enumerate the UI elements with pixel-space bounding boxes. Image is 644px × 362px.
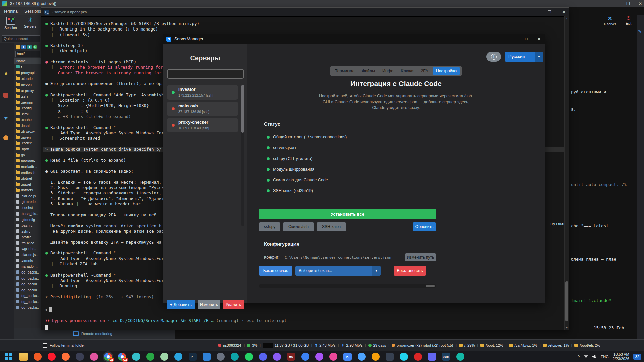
taskbar-windows-terminal[interactable]: >_ [189,353,197,361]
taskbar-vscode-app[interactable] [203,353,211,361]
taskbar-opera-browser[interactable] [48,353,56,361]
taskbar-red-app[interactable] [414,353,422,361]
servermanager-window: ServerManager — □ ✕ Серверы investor173.… [163,34,545,303]
notification-count-badge[interactable]: 32 [633,354,641,360]
terminal-scrollbar[interactable]: ▲ ▼ [564,16,569,330]
tab-файлы[interactable]: Файлы [359,68,378,74]
scroll-down-icon[interactable]: ▼ [565,327,569,329]
minimize-button[interactable]: — [508,34,519,44]
taskbar-paint-app[interactable] [456,353,464,361]
close-button[interactable]: ✕ [533,34,545,44]
exit-button[interactable]: ⏻ Exit [626,15,631,26]
change-path-button[interactable]: Изменить путь [405,253,436,261]
maximize-button[interactable]: □ [521,34,532,44]
volume-icon[interactable] [592,355,597,359]
terminal-prompt-input[interactable]: > [41,305,565,315]
x-server-icon: ✕ [608,15,612,22]
install-all-button[interactable]: Установить всё [259,209,436,219]
arrow-icon: ⬆ [314,343,318,348]
tab-ключи[interactable]: Ключи [398,68,416,74]
server-name: main-ovh [178,103,198,108]
component-button-ssh-py[interactable]: ssh.py [259,222,280,231]
component-button-ssh-[interactable]: SSH-ключ [317,222,346,231]
disk-icon [480,344,484,347]
minimize-button[interactable]: — [533,10,537,14]
add-server-button[interactable]: + Добавить [167,300,195,309]
taskbar-blue-app[interactable] [301,353,309,361]
taskbar-hs-app[interactable]: HS [287,353,295,361]
refresh-button[interactable]: Обновить [413,222,436,231]
server-card-main-ovh[interactable]: main-ovh37.187.136.86 [ssh] [167,102,238,116]
tray-chevron-icon[interactable]: ^ [578,354,580,359]
taskbar-pink-app[interactable] [329,353,337,361]
horizontal-scrollbar[interactable] [259,284,436,288]
server-card-proxy-checker[interactable]: proxy-checker161.97.118.40 [ssh] [167,118,238,132]
taskbar-flask-app[interactable] [315,353,323,361]
pencil-icon[interactable]: ✎ [638,29,642,34]
scrollbar-thumb[interactable] [565,281,568,321]
taskbar-mail-app[interactable] [358,353,366,361]
status-item: SSH-ключ (ed25519) [267,188,313,193]
backup-select-dropdown[interactable]: Выберите бэкап... ▼ [295,266,381,276]
edit-server-button[interactable]: Изменить [198,300,220,309]
taskbar-notepad-app[interactable] [160,353,168,361]
taskbar-tor-browser[interactable] [76,353,84,361]
windows-taskbar: 26715>_HSRQuick ^ ENG 10:53 AM 2/23/2026… [0,351,644,362]
taskbar-telegram-app[interactable] [174,353,182,361]
close-button[interactable]: ✕ [562,10,566,14]
taskbar-dark-app[interactable] [386,353,394,361]
taskbar-quick-share[interactable]: Quick [442,353,450,361]
taskbar-orange-app[interactable] [372,353,380,361]
server-card-investor[interactable]: investor173.212.212.157 [ssh] [167,85,238,100]
taskbar-file-explorer[interactable] [19,353,28,361]
taskbar-purple-app[interactable] [273,353,281,361]
monitor-disk: /boot/efi: 2% [574,343,600,347]
monitor-disk: /: 29% [459,343,475,347]
taskbar-rstudio-app[interactable]: R [343,353,352,361]
delete-server-button[interactable]: Удалить [223,300,244,309]
arrow-icon: ⬇ [341,343,344,348]
maximize-button[interactable]: ❐ [548,10,551,14]
taskbar-edge-browser[interactable] [132,353,140,361]
tab-2fa[interactable]: 2FA [418,68,431,74]
green-dot-icon [267,168,270,171]
server-list-scrollbar[interactable] [241,85,244,226]
taskbar-whatsapp-app[interactable] [245,353,253,361]
powershell-icon: >_ [44,10,49,15]
tab-настройка[interactable]: Настройка [433,67,460,75]
backup-now-button[interactable]: Бэкап сейчас [259,266,292,276]
tab-инфо[interactable]: Инфо [379,68,396,74]
taskbar-brave-browser[interactable] [34,353,42,361]
start-button[interactable] [4,352,13,361]
server-search-input[interactable] [167,69,244,79]
keyboard-language[interactable]: ENG [601,355,609,359]
x-server-button[interactable]: ✕ X server [604,15,616,26]
scrollbar-thumb[interactable] [241,85,244,133]
chevron-down-icon: ▼ [372,266,381,276]
taskbar-discord-app[interactable] [259,353,267,361]
taskbar-indigo-app[interactable] [428,353,436,361]
restore-button[interactable]: Восстановить [394,266,426,276]
taskbar-firefox-browser[interactable] [62,353,70,361]
terminal-line: ⎿ Running in the background (↓ to manage… [45,26,564,32]
taskbar-teal-app[interactable] [231,353,239,361]
network-icon[interactable] [584,355,588,359]
monitor-disk: /var/lib/vz: 1% [509,343,537,347]
tab-терминал[interactable]: Терминал [332,68,358,74]
taskbar-photos-app[interactable] [90,353,98,361]
mobaxterm-right-strip: ✎ [637,15,644,339]
component-button--ssh[interactable]: Скилл /ssh [283,222,314,231]
scroll-up-icon[interactable]: ▲ [565,17,569,20]
taskbar-chrome-browser[interactable]: 26 [104,353,112,361]
info-button[interactable]: i [486,52,501,62]
follow-terminal-folder[interactable]: Follow terminal folder [43,340,85,351]
taskbar-green-app[interactable] [146,353,154,361]
checkbox-icon[interactable] [43,343,47,348]
taskbar-cyan-app[interactable] [400,353,408,361]
language-dropdown[interactable]: Русский ▼ [505,52,543,62]
taskbar-chrome-profile-2[interactable]: 715 [118,353,126,361]
scrollbar-thumb[interactable] [426,285,435,287]
background-text-fragment: 15:53 23-Feb [594,325,624,330]
taskbar-gray-app[interactable] [217,353,225,361]
clock[interactable]: 10:53 AM 2/23/2026 [613,352,629,361]
